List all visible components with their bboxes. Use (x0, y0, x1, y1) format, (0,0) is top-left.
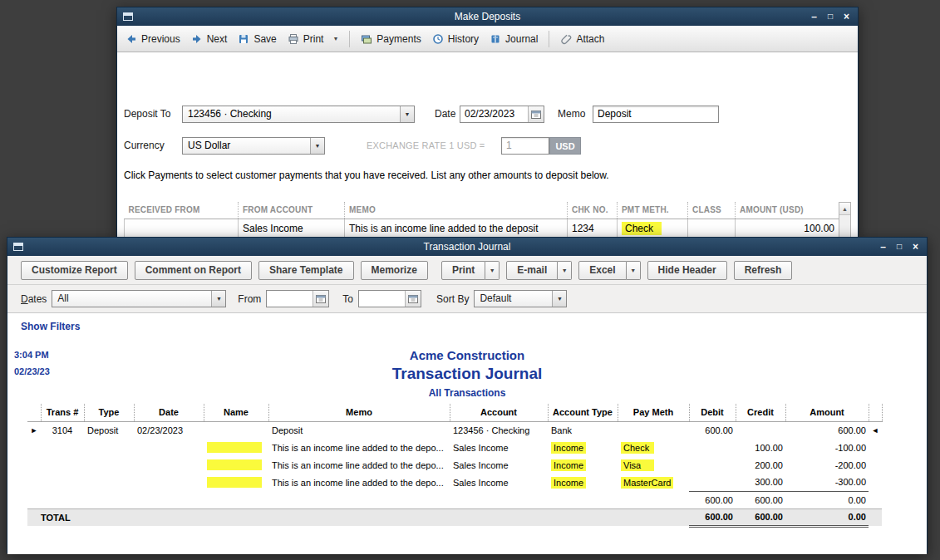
exchange-rate-field[interactable]: 1 (501, 137, 549, 155)
journal-titlebar[interactable]: Transaction Journal – □ × (7, 238, 927, 256)
cell-memo: Deposit (268, 421, 450, 439)
report-button-bar: Customize Report Comment on Report Share… (7, 256, 927, 285)
deposit-to-combobox[interactable]: 123456 · Checking ▼ (182, 106, 415, 123)
cell-credit: 300.00 (736, 474, 785, 491)
cell-account-type: Income (548, 474, 618, 491)
hide-header-button[interactable]: Hide Header (647, 261, 727, 280)
report-area: Show Filters 3:04 PM 02/23/23 Acme Const… (7, 313, 927, 554)
journal-button[interactable]: Journal (490, 33, 538, 45)
cell-trans: 3104 (41, 421, 84, 439)
cell-pmt-meth[interactable]: Check (618, 219, 688, 238)
make-deposits-titlebar[interactable]: Make Deposits – □ × (117, 7, 858, 26)
memo-field[interactable]: Deposit (593, 106, 719, 123)
column-header-account: Account (450, 404, 548, 421)
cell-debit (689, 474, 736, 491)
print-button[interactable]: Print (441, 261, 485, 280)
cell-credit: 100.00 (736, 439, 785, 456)
cell-received-from[interactable] (125, 219, 239, 238)
cell-amount[interactable]: 100.00 (736, 219, 839, 238)
from-label: From (238, 293, 261, 305)
next-button[interactable]: Next (191, 33, 228, 45)
cell-account: Sales Income (450, 474, 548, 491)
highlighted-value: Income (551, 442, 586, 454)
save-button[interactable]: Save (238, 33, 276, 45)
email-button[interactable]: E-mail (506, 261, 558, 280)
memorize-button[interactable]: Memorize (361, 261, 428, 280)
table-row: Sales Income This is an income line adde… (125, 219, 839, 238)
column-header-date: Date (134, 404, 204, 421)
print-button[interactable]: Print (288, 33, 324, 45)
minimize-button[interactable]: – (811, 12, 817, 22)
cell-class[interactable] (688, 219, 736, 238)
chevron-down-icon[interactable]: ▼ (310, 138, 324, 154)
sort-by-combobox[interactable]: Default ▼ (474, 290, 567, 307)
chevron-down-icon[interactable]: ▼ (552, 291, 566, 307)
previous-button[interactable]: Previous (125, 33, 180, 45)
transaction-journal-window: Transaction Journal – □ × Customize Repo… (7, 237, 928, 553)
table-row[interactable]: This is an income line added to the depo… (27, 456, 882, 474)
column-header-pmt-meth: PMT METH. (618, 202, 688, 219)
close-button[interactable]: × (913, 242, 918, 252)
cell-type (84, 456, 134, 474)
table-row[interactable]: This is an income line added to the depo… (27, 439, 882, 456)
excel-button[interactable]: Excel (578, 261, 626, 280)
cell-account-type: Income (548, 439, 618, 456)
cell-chk-no[interactable]: 1234 (568, 219, 618, 238)
calendar-icon[interactable] (528, 106, 544, 122)
print-dropdown-button[interactable]: ▼ (485, 261, 500, 280)
currency-combobox[interactable]: US Dollar ▼ (182, 137, 325, 155)
customize-report-button[interactable]: Customize Report (21, 261, 128, 280)
email-dropdown-button[interactable]: ▼ (558, 261, 572, 280)
minimize-button[interactable]: – (880, 242, 886, 252)
subtotal-credit: 600.00 (736, 491, 785, 508)
close-button[interactable]: × (844, 12, 849, 22)
cell-pay-meth: Visa (618, 456, 689, 474)
attach-button[interactable]: Attach (560, 33, 604, 45)
table-row[interactable]: This is an income line added to the depo… (27, 474, 882, 491)
table-row[interactable]: ► 3104 Deposit 02/23/2023 Deposit 123456… (27, 421, 882, 439)
show-filters-link[interactable]: Show Filters (21, 321, 80, 332)
from-date-field[interactable] (266, 290, 329, 307)
print-dropdown-button[interactable]: ▼ (329, 36, 338, 42)
to-date-field[interactable] (358, 290, 421, 307)
comment-on-report-button[interactable]: Comment on Report (135, 261, 252, 280)
excel-dropdown-button[interactable]: ▼ (627, 261, 641, 280)
toolbar-separator (549, 31, 549, 47)
cell-debit (689, 456, 736, 474)
dates-combobox[interactable]: All ▼ (52, 290, 226, 307)
cell-account: 123456 · Checking (450, 421, 548, 439)
print-icon (288, 33, 299, 45)
maximize-button[interactable]: □ (897, 242, 902, 252)
calendar-icon[interactable] (313, 291, 328, 307)
cell-from-account[interactable]: Sales Income (239, 219, 345, 238)
history-button[interactable]: History (432, 33, 479, 45)
total-label: TOTAL (27, 508, 84, 526)
chevron-down-icon[interactable]: ▼ (211, 291, 225, 307)
date-field[interactable]: 02/23/2023 (460, 106, 544, 123)
maximize-button[interactable]: □ (828, 12, 833, 22)
cell-date (134, 456, 204, 474)
window-title: Make Deposits (117, 11, 858, 22)
calendar-icon[interactable] (405, 291, 421, 307)
subtotal-debit: 600.00 (689, 491, 736, 508)
payments-icon (361, 33, 372, 45)
dates-label: Dates (21, 293, 47, 305)
cell-debit: 600.00 (689, 421, 736, 439)
cell-type: Deposit (84, 421, 134, 439)
excel-split-button: Excel ▼ (578, 261, 640, 280)
cell-type (84, 474, 134, 491)
payments-button[interactable]: Payments (361, 33, 421, 45)
share-template-button[interactable]: Share Template (258, 261, 353, 280)
cell-debit (689, 439, 736, 456)
window-title: Transaction Journal (7, 241, 927, 253)
report-company: Acme Construction (7, 348, 927, 362)
cell-memo[interactable]: This is an income line added to the depo… (345, 219, 568, 238)
cell-name (204, 456, 268, 474)
cell-trans (41, 456, 84, 474)
column-header-amount: Amount (785, 404, 869, 421)
refresh-button[interactable]: Refresh (734, 261, 793, 280)
scroll-up-icon[interactable]: ▲ (839, 203, 850, 215)
chevron-down-icon[interactable]: ▼ (400, 106, 414, 122)
cell-name (204, 474, 268, 491)
highlight-block (207, 442, 262, 453)
